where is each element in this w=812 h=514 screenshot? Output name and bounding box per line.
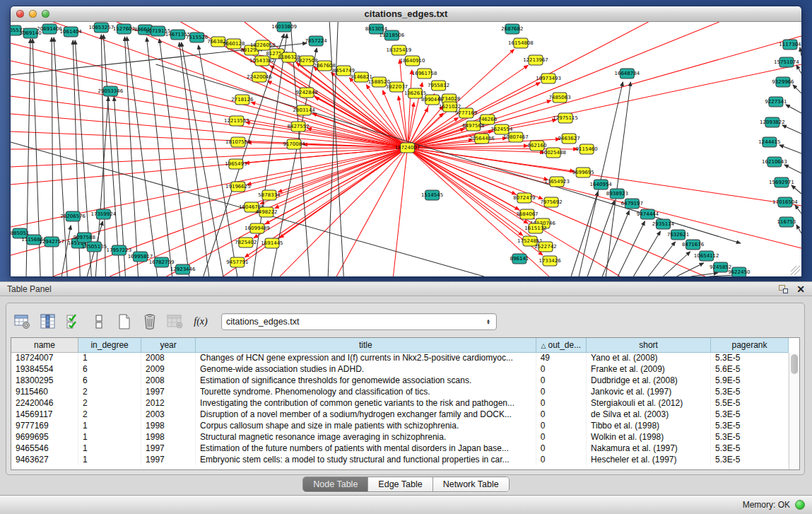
cell-title[interactable]: Estimation of the future numbers of pati… bbox=[196, 443, 536, 454]
cell-year[interactable]: 2009 bbox=[141, 363, 196, 375]
cell-title[interactable]: Genome-wide association studies in ADHD. bbox=[196, 363, 536, 375]
cell-year[interactable]: 2008 bbox=[141, 375, 196, 386]
network-canvas[interactable]: 1872400776638229660128891295418226058812… bbox=[11, 22, 801, 276]
cell-pagerank[interactable]: 5.3E-5 bbox=[711, 443, 789, 454]
cell-out_degree[interactable]: 0 bbox=[536, 397, 586, 409]
tab-network-table[interactable]: Network Table bbox=[433, 477, 509, 491]
function-builder-button[interactable]: f(x) bbox=[190, 311, 211, 332]
cell-name[interactable]: 18300295 bbox=[11, 375, 78, 386]
cell-name[interactable]: 9777169 bbox=[11, 420, 78, 431]
cell-in_degree[interactable]: 6 bbox=[78, 363, 141, 375]
cell-short[interactable]: Tibbo et al. (1998) bbox=[587, 420, 711, 431]
cell-name[interactable]: 9463627 bbox=[11, 454, 78, 465]
close-panel-icon[interactable]: ✕ bbox=[796, 284, 805, 294]
table-row[interactable]: 969969511998Structural magnetic resonanc… bbox=[11, 431, 789, 443]
cell-short[interactable]: Dudbridge et al. (2008) bbox=[587, 375, 711, 386]
table-row[interactable]: 1938455462009Genome-wide association stu… bbox=[11, 363, 789, 375]
cell-title[interactable]: Embryonic stem cells: a model to study s… bbox=[196, 454, 536, 465]
table-settings-button[interactable] bbox=[12, 311, 33, 332]
table-row[interactable]: 911546021997Tourette syndrome. Phenomeno… bbox=[11, 386, 789, 397]
cell-in_degree[interactable]: 6 bbox=[78, 375, 141, 386]
column-header-short[interactable]: short bbox=[587, 338, 711, 352]
cell-pagerank[interactable]: 5.5E-5 bbox=[711, 397, 789, 409]
table-selector-dropdown[interactable]: citations_edges.txt ▲▼ bbox=[221, 313, 497, 330]
table-row[interactable]: 946554611997Estimation of the future num… bbox=[11, 443, 789, 454]
cell-in_degree[interactable]: 2 bbox=[78, 397, 141, 409]
cell-out_degree[interactable]: 0 bbox=[536, 409, 586, 420]
window-resize-grip[interactable] bbox=[791, 266, 800, 275]
cell-year[interactable]: 1997 bbox=[141, 443, 196, 454]
cell-out_degree[interactable]: 49 bbox=[536, 352, 586, 363]
cell-short[interactable]: de Silva et al. (2003) bbox=[587, 409, 711, 420]
cell-name[interactable]: 19384554 bbox=[11, 363, 78, 375]
cell-title[interactable]: Corpus callosum shape and size in male p… bbox=[196, 420, 536, 431]
network-window-titlebar[interactable]: citations_edges.txt bbox=[11, 6, 801, 22]
cell-year[interactable]: 2003 bbox=[141, 409, 196, 420]
cell-title[interactable]: Structural magnetic resonance image aver… bbox=[196, 431, 536, 443]
cell-in_degree[interactable]: 1 bbox=[78, 420, 141, 431]
clear-selection-button[interactable] bbox=[88, 311, 110, 332]
table-row[interactable]: 1456911722003Disruption of a novel membe… bbox=[11, 409, 789, 420]
column-header-title[interactable]: title bbox=[196, 338, 536, 352]
column-header-out_degree[interactable]: △out_de... bbox=[536, 338, 586, 352]
cell-title[interactable]: Investigating the contribution of common… bbox=[196, 397, 536, 409]
cell-in_degree[interactable]: 1 bbox=[78, 352, 141, 363]
cell-in_degree[interactable]: 2 bbox=[78, 386, 141, 397]
table-row[interactable]: 977716911998Corpus callosum shape and si… bbox=[11, 420, 789, 431]
cell-in_degree[interactable]: 1 bbox=[78, 454, 141, 465]
cell-short[interactable]: Stergiakouli et al. (2012) bbox=[587, 397, 711, 409]
cell-year[interactable]: 2008 bbox=[141, 352, 196, 363]
cell-in_degree[interactable]: 1 bbox=[78, 431, 141, 443]
cell-name[interactable]: 9115460 bbox=[11, 386, 78, 397]
float-panel-icon[interactable] bbox=[779, 285, 788, 293]
table-row[interactable]: 946362711997Embryonic stem cells: a mode… bbox=[11, 454, 789, 465]
cell-pagerank[interactable]: 5.3E-5 bbox=[711, 454, 789, 465]
delete-button[interactable] bbox=[139, 311, 160, 332]
cell-name[interactable]: 9465546 bbox=[11, 443, 78, 454]
column-header-name[interactable]: name bbox=[11, 338, 78, 352]
cell-year[interactable]: 1997 bbox=[141, 386, 196, 397]
cell-short[interactable]: Yano et al. (2008) bbox=[587, 352, 711, 363]
cell-pagerank[interactable]: 5.3E-5 bbox=[711, 420, 789, 431]
cell-name[interactable]: 22420046 bbox=[11, 397, 78, 409]
cell-title[interactable]: Disruption of a novel member of a sodium… bbox=[196, 409, 536, 420]
scrollbar-thumb[interactable] bbox=[791, 354, 798, 374]
new-document-button[interactable] bbox=[114, 311, 135, 332]
cell-name[interactable]: 18724007 bbox=[11, 352, 78, 363]
cell-out_degree[interactable]: 0 bbox=[536, 375, 586, 386]
cell-year[interactable]: 1998 bbox=[141, 431, 196, 443]
cell-short[interactable]: Franke et al. (2009) bbox=[587, 363, 711, 375]
cell-pagerank[interactable]: 5.3E-5 bbox=[711, 352, 789, 363]
cell-out_degree[interactable]: 0 bbox=[536, 420, 586, 431]
cell-name[interactable]: 9699695 bbox=[11, 431, 78, 443]
cell-year[interactable]: 1998 bbox=[141, 420, 196, 431]
cell-short[interactable]: Hescheler et al. (1997) bbox=[587, 454, 711, 465]
cell-in_degree[interactable]: 2 bbox=[78, 409, 141, 420]
network-window[interactable]: citations_edges.txt 18724007766382296601… bbox=[10, 6, 802, 277]
column-header-pagerank[interactable]: pagerank bbox=[711, 338, 789, 352]
cell-out_degree[interactable]: 0 bbox=[536, 454, 586, 465]
cell-year[interactable]: 2012 bbox=[141, 397, 196, 409]
import-table-button[interactable] bbox=[165, 311, 186, 332]
vertical-scrollbar[interactable] bbox=[789, 353, 799, 469]
cell-title[interactable]: Estimation of significance thresholds fo… bbox=[196, 375, 536, 386]
cell-out_degree[interactable]: 0 bbox=[536, 363, 586, 375]
tab-node-table[interactable]: Node Table bbox=[303, 477, 368, 491]
cell-pagerank[interactable]: 5.3E-5 bbox=[711, 431, 789, 443]
column-header-in_degree[interactable]: in_degree bbox=[78, 338, 141, 352]
cell-pagerank[interactable]: 5.3E-5 bbox=[711, 409, 789, 420]
cell-out_degree[interactable]: 0 bbox=[536, 443, 586, 454]
table-row[interactable]: 1872400712008Changes of HCN gene express… bbox=[11, 352, 789, 363]
cell-in_degree[interactable]: 1 bbox=[78, 443, 141, 454]
table-row[interactable]: 2242004622012Investigating the contribut… bbox=[11, 397, 789, 409]
cell-out_degree[interactable]: 0 bbox=[536, 431, 586, 443]
cell-year[interactable]: 1997 bbox=[141, 454, 196, 465]
cell-title[interactable]: Changes of HCN gene expression and I(f) … bbox=[196, 352, 536, 363]
tab-edge-table[interactable]: Edge Table bbox=[368, 477, 433, 491]
cell-name[interactable]: 14569117 bbox=[11, 409, 78, 420]
cell-pagerank[interactable]: 5.6E-5 bbox=[711, 363, 789, 375]
column-header-year[interactable]: year bbox=[141, 338, 196, 352]
table-row[interactable]: 1830029562008Estimation of significance … bbox=[11, 375, 789, 386]
select-all-button[interactable] bbox=[63, 311, 84, 332]
cell-short[interactable]: Nakamura et al. (1997) bbox=[587, 443, 711, 454]
